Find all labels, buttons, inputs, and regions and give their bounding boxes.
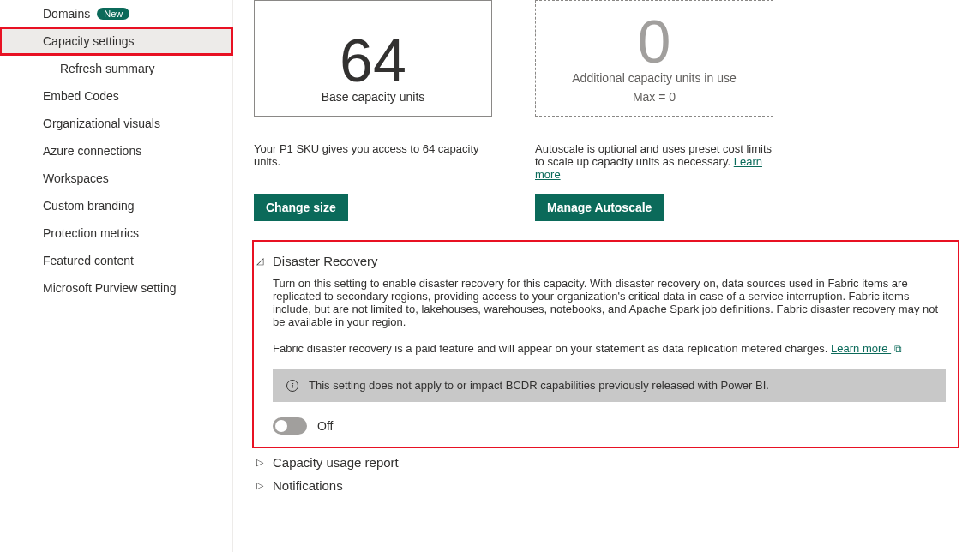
nav-label: Embed Codes [43, 89, 119, 103]
notifications-section: ▷ Notifications [254, 478, 959, 493]
nav-label: Domains [43, 7, 90, 21]
toggle-knob [275, 420, 287, 432]
nav-label: Organizational visuals [43, 117, 160, 130]
sidebar-item-workspaces[interactable]: Workspaces [0, 165, 232, 192]
base-capacity-desc: Your P1 SKU gives you access to 64 capac… [254, 142, 492, 187]
sidebar-item-custom-branding[interactable]: Custom branding [0, 192, 232, 219]
nav-label: Workspaces [43, 171, 109, 185]
disaster-recovery-toggle[interactable] [273, 417, 307, 435]
capacity-usage-header[interactable]: ▷ Capacity usage report [254, 455, 959, 470]
chevron-right-icon: ▷ [254, 457, 266, 468]
info-icon: i [286, 380, 298, 392]
nav-label: Refresh summary [60, 62, 154, 75]
nav-label: Capacity settings [43, 34, 135, 48]
info-banner: i This setting does not apply to or impa… [273, 369, 946, 402]
sidebar-item-org-visuals[interactable]: Organizational visuals [0, 110, 232, 137]
sidebar: Domains New Capacity settings Refresh su… [0, 0, 233, 552]
autoscale-card: 0 Additional capacity units in use Max =… [535, 0, 773, 221]
nav-label: Protection metrics [43, 226, 139, 240]
new-badge: New [97, 8, 129, 20]
sidebar-item-domains[interactable]: Domains New [0, 0, 232, 27]
disaster-desc-2: Fabric disaster recovery is a paid featu… [273, 342, 946, 355]
notifications-header[interactable]: ▷ Notifications [254, 478, 959, 493]
autoscale-label-2: Max = 0 [633, 90, 676, 104]
autoscale-value: 0 [638, 18, 671, 66]
main-content: 64 Base capacity units Your P1 SKU gives… [233, 0, 980, 552]
nav-label: Azure connections [43, 144, 141, 158]
sidebar-item-featured-content[interactable]: Featured content [0, 247, 232, 274]
sidebar-item-embed-codes[interactable]: Embed Codes [0, 82, 232, 110]
sidebar-item-refresh-summary[interactable]: Refresh summary [0, 55, 232, 82]
external-link-icon: ⧉ [894, 343, 902, 355]
chevron-down-icon: ◿ [254, 255, 266, 267]
nav-label: Featured content [43, 254, 134, 267]
autoscale-label-1: Additional capacity units in use [572, 71, 736, 85]
disaster-recovery-section: ◿ Disaster Recovery Turn on this setting… [252, 240, 959, 448]
toggle-state-label: Off [317, 419, 333, 433]
manage-autoscale-button[interactable]: Manage Autoscale [535, 194, 664, 221]
base-capacity-card: 64 Base capacity units Your P1 SKU gives… [254, 0, 492, 221]
section-title: Notifications [273, 478, 343, 493]
base-capacity-label: Base capacity units [322, 90, 425, 104]
disaster-desc-2-text: Fabric disaster recovery is a paid featu… [273, 342, 831, 355]
disaster-recovery-header[interactable]: ◿ Disaster Recovery [254, 254, 946, 268]
section-title: Disaster Recovery [273, 254, 378, 268]
sidebar-item-purview-setting[interactable]: Microsoft Purview setting [0, 274, 232, 302]
disaster-learn-more-link[interactable]: Learn more [831, 342, 891, 355]
disaster-desc-1: Turn on this setting to enable disaster … [273, 277, 946, 328]
sidebar-item-protection-metrics[interactable]: Protection metrics [0, 219, 232, 247]
capacity-usage-section: ▷ Capacity usage report [254, 455, 959, 470]
section-title: Capacity usage report [273, 455, 399, 470]
nav-label: Custom branding [43, 199, 135, 213]
change-size-button[interactable]: Change size [254, 194, 348, 221]
base-capacity-value: 64 [340, 37, 406, 85]
autoscale-desc: Autoscale is optional and uses preset co… [535, 142, 773, 187]
sidebar-item-capacity-settings[interactable]: Capacity settings [0, 27, 232, 55]
chevron-right-icon: ▷ [254, 480, 266, 491]
nav-label: Microsoft Purview setting [43, 281, 177, 295]
info-text: This setting does not apply to or impact… [309, 379, 769, 392]
sidebar-item-azure-connections[interactable]: Azure connections [0, 137, 232, 165]
